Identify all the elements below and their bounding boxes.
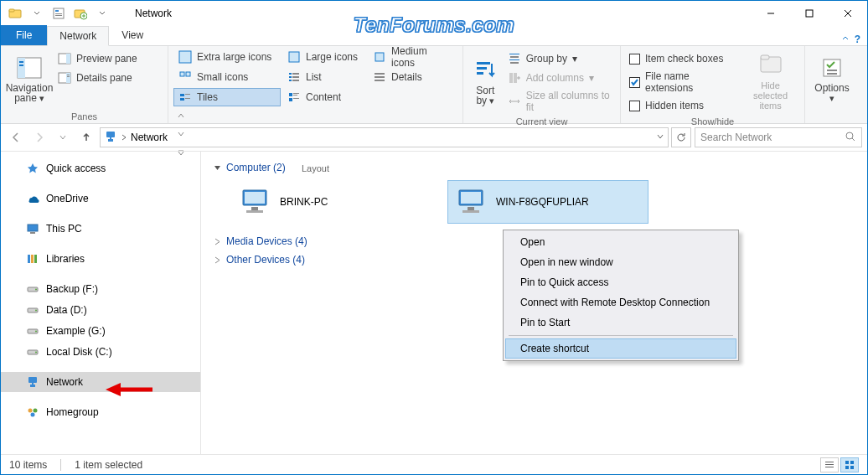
help-icon[interactable]: ? bbox=[855, 34, 860, 45]
tab-view[interactable]: View bbox=[109, 25, 156, 45]
ribbon-tabstrip: File Network View ? bbox=[1, 26, 867, 46]
svg-rect-42 bbox=[477, 62, 490, 65]
nav-recent-dropdown[interactable] bbox=[53, 127, 73, 147]
address-bar: Network Search Network bbox=[1, 124, 867, 152]
ctx-pin-start[interactable]: Pin to Start bbox=[505, 312, 736, 333]
breadcrumb-chevron-icon[interactable] bbox=[121, 132, 127, 143]
breadcrumb[interactable]: Network bbox=[100, 127, 669, 147]
layout-label: Medium icons bbox=[391, 45, 452, 69]
drive-icon bbox=[26, 345, 39, 359]
svg-rect-56 bbox=[106, 132, 115, 137]
ctx-pin-quick-access[interactable]: Pin to Quick access bbox=[505, 272, 736, 292]
sidebar-item-local-disk[interactable]: Local Disk (C:) bbox=[1, 342, 200, 362]
ctx-open-new-window[interactable]: Open in new window bbox=[505, 252, 736, 272]
computer-tile-win-f8gqfupliar[interactable]: WIN-F8GQFUPLIAR bbox=[447, 180, 648, 224]
ctx-open[interactable]: Open bbox=[505, 232, 736, 252]
group-by-button[interactable]: Group by ▾ bbox=[503, 49, 615, 68]
ribbon-collapse-icon[interactable] bbox=[841, 34, 850, 45]
details-pane-button[interactable]: Details pane bbox=[53, 69, 142, 87]
close-button[interactable] bbox=[829, 1, 867, 26]
layout-content[interactable]: Content bbox=[282, 88, 366, 106]
svg-rect-33 bbox=[180, 94, 184, 96]
sidebar-item-homegroup[interactable]: Homegroup bbox=[1, 402, 200, 422]
layout-list[interactable]: List bbox=[282, 68, 366, 86]
file-extensions-checkbox[interactable]: File name extensions bbox=[626, 69, 741, 96]
tab-network[interactable]: Network bbox=[47, 26, 109, 46]
sort-by-button[interactable]: Sort by ▾ bbox=[468, 48, 503, 115]
nav-back-button[interactable] bbox=[6, 127, 26, 147]
breadcrumb-segment[interactable]: Network bbox=[131, 132, 168, 143]
quick-access-toolbar bbox=[1, 4, 111, 23]
tile-label: WIN-F8GQFUPLIAR bbox=[496, 196, 589, 208]
options-label: Options bbox=[814, 82, 849, 94]
view-details-button[interactable] bbox=[820, 457, 839, 472]
computer-tile-brink-pc[interactable]: BRINK-PC bbox=[231, 180, 432, 224]
layout-medium-icons[interactable]: Medium icons bbox=[368, 48, 457, 66]
list-icon bbox=[287, 70, 301, 84]
layout-scroll-up-icon[interactable] bbox=[177, 106, 185, 125]
chevron-down-icon[interactable] bbox=[28, 4, 46, 23]
item-checkboxes-checkbox[interactable]: Item check boxes bbox=[626, 49, 741, 68]
svg-rect-73 bbox=[28, 377, 37, 383]
ctx-remote-desktop[interactable]: Connect with Remote Desktop Connection bbox=[505, 292, 736, 312]
quickaccess-icon bbox=[26, 162, 39, 175]
sidebar-item-libraries[interactable]: Libraries bbox=[1, 249, 200, 269]
svg-rect-37 bbox=[289, 93, 292, 96]
navigation-pane-button[interactable]: Navigation pane ▾ bbox=[6, 48, 53, 110]
sidebar-item-onedrive[interactable]: OneDrive bbox=[1, 188, 200, 209]
breadcrumb-dropdown-icon[interactable] bbox=[656, 132, 664, 143]
layout-extra-large-icons[interactable]: Extra large icons bbox=[173, 48, 281, 66]
sidebar-item-data-drive[interactable]: Data (D:) bbox=[1, 300, 200, 320]
preview-pane-button[interactable]: Preview pane bbox=[53, 49, 142, 68]
qat-dropdown-icon[interactable] bbox=[93, 4, 111, 23]
properties-icon[interactable] bbox=[49, 4, 68, 23]
sidebar-label: Backup (F:) bbox=[46, 283, 98, 295]
svg-rect-74 bbox=[30, 385, 35, 387]
sidebar-item-network[interactable]: Network bbox=[1, 372, 200, 392]
ribbon-group-panes: Navigation pane ▾ Preview pane Details p… bbox=[1, 46, 168, 123]
options-icon bbox=[819, 54, 845, 81]
svg-rect-40 bbox=[289, 98, 292, 101]
refresh-button[interactable] bbox=[671, 127, 691, 147]
ribbon-group-options: Options ▾ bbox=[805, 46, 859, 123]
onedrive-icon bbox=[26, 192, 39, 205]
layout-small-icons[interactable]: Small icons bbox=[173, 68, 281, 86]
search-input[interactable]: Search Network bbox=[695, 127, 862, 147]
svg-rect-49 bbox=[509, 73, 513, 83]
check-label: Item check boxes bbox=[645, 53, 723, 65]
sidebar-item-quick-access[interactable]: Quick access bbox=[1, 158, 200, 178]
content-icon bbox=[287, 90, 301, 104]
sidebar-item-this-pc[interactable]: This PC bbox=[1, 219, 200, 239]
ctx-create-shortcut[interactable]: Create shortcut bbox=[505, 338, 736, 359]
tile-label: BRINK-PC bbox=[280, 196, 328, 208]
tab-file[interactable]: File bbox=[1, 25, 47, 45]
drive-icon bbox=[26, 303, 39, 317]
layout-label: Content bbox=[306, 91, 341, 103]
options-button[interactable]: Options ▾ bbox=[810, 48, 854, 110]
nav-forward-button[interactable] bbox=[29, 127, 49, 147]
minimize-button[interactable] bbox=[752, 1, 790, 26]
sidebar-item-example-drive[interactable]: Example (G:) bbox=[1, 321, 200, 341]
new-folder-icon[interactable] bbox=[71, 4, 90, 23]
layout-label: Small icons bbox=[197, 71, 248, 83]
maximize-button[interactable] bbox=[790, 1, 829, 26]
svg-rect-26 bbox=[289, 76, 292, 78]
size-columns-button: Size all columns to fit bbox=[503, 88, 615, 115]
svg-rect-24 bbox=[289, 73, 292, 75]
layout-large-icons[interactable]: Large icons bbox=[282, 48, 366, 66]
sidebar-label: Data (D:) bbox=[46, 304, 87, 316]
hidden-items-checkbox[interactable]: Hidden items bbox=[626, 96, 741, 115]
network-icon bbox=[104, 130, 117, 146]
sidebar-label: Quick access bbox=[46, 163, 106, 174]
nav-up-button[interactable] bbox=[76, 127, 96, 147]
layout-details[interactable]: Details bbox=[368, 68, 457, 86]
svg-rect-57 bbox=[108, 139, 113, 142]
layout-label: Large icons bbox=[306, 51, 358, 63]
category-computer[interactable]: Computer (2) bbox=[213, 158, 855, 177]
window-title: Network bbox=[111, 8, 752, 19]
layout-tiles[interactable]: Tiles bbox=[173, 88, 281, 106]
network-icon bbox=[26, 375, 39, 389]
sidebar-label: Libraries bbox=[46, 253, 85, 265]
sidebar-item-backup-drive[interactable]: Backup (F:) bbox=[1, 279, 200, 299]
view-thumbnails-button[interactable] bbox=[840, 457, 859, 472]
